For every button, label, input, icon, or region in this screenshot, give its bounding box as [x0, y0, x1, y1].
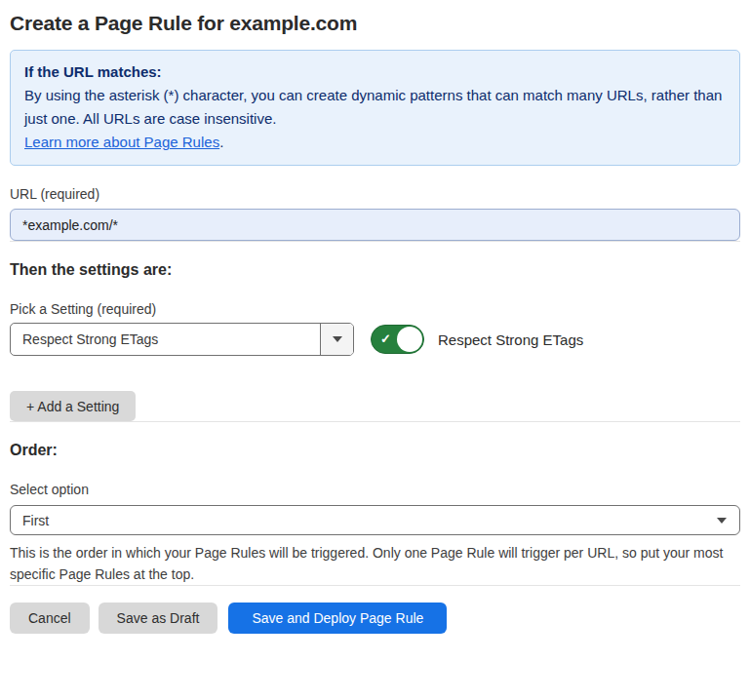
- respect-strong-etags-toggle[interactable]: ✓: [371, 325, 424, 354]
- setting-row: Respect Strong ETags ✓ Respect Strong ET…: [10, 323, 740, 356]
- divider: [10, 241, 740, 242]
- link-suffix: .: [219, 134, 223, 150]
- info-box-link-line: Learn more about Page Rules.: [24, 131, 726, 154]
- page-title: Create a Page Rule for example.com: [10, 12, 740, 35]
- url-match-info-box: If the URL matches: By using the asteris…: [10, 50, 740, 166]
- toggle-knob: [397, 327, 422, 352]
- order-section-heading: Order:: [10, 442, 740, 459]
- save-and-deploy-button[interactable]: Save and Deploy Page Rule: [228, 603, 447, 634]
- divider: [10, 585, 740, 586]
- info-box-body: By using the asterisk (*) character, you…: [24, 84, 726, 131]
- chevron-down-icon: [333, 336, 342, 342]
- url-input[interactable]: [10, 209, 740, 241]
- url-field-label: URL (required): [10, 186, 740, 202]
- create-page-rule-panel: Create a Page Rule for example.com If th…: [0, 0, 750, 634]
- check-icon: ✓: [380, 332, 391, 345]
- add-setting-button[interactable]: + Add a Setting: [10, 391, 136, 421]
- learn-more-link[interactable]: Learn more about Page Rules: [24, 134, 219, 150]
- settings-section-heading: Then the settings are:: [10, 261, 740, 279]
- chevron-down-icon: [717, 518, 727, 524]
- divider: [10, 421, 740, 422]
- order-select-label: Select option: [10, 482, 740, 497]
- toggle-label: Respect Strong ETags: [438, 331, 583, 348]
- footer-actions: Cancel Save as Draft Save and Deploy Pag…: [10, 603, 740, 634]
- save-as-draft-button[interactable]: Save as Draft: [99, 603, 218, 634]
- order-select[interactable]: First: [10, 505, 740, 535]
- setting-select[interactable]: Respect Strong ETags: [10, 323, 354, 356]
- setting-select-arrow-button[interactable]: [320, 324, 353, 355]
- order-help-text: This is the order in which your Page Rul…: [10, 542, 740, 585]
- setting-select-value: Respect Strong ETags: [11, 324, 320, 355]
- cancel-button[interactable]: Cancel: [10, 603, 90, 634]
- order-select-arrow: [717, 506, 739, 534]
- setting-picker-label: Pick a Setting (required): [10, 301, 740, 317]
- info-box-heading: If the URL matches:: [24, 60, 726, 84]
- order-select-value: First: [11, 506, 717, 534]
